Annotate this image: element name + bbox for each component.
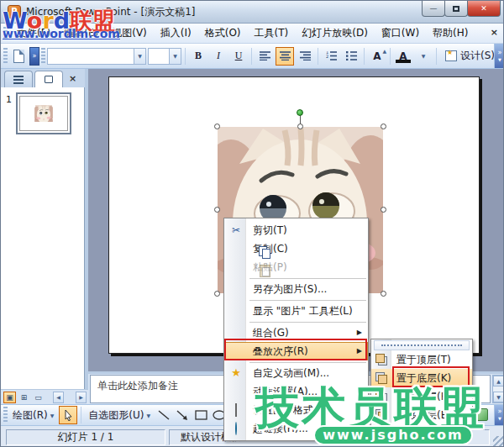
maximize-button[interactable] (444, 1, 468, 17)
scroll-down-button[interactable]: ▼ (493, 392, 504, 402)
align-left-button[interactable] (255, 47, 274, 66)
font-color-dropdown[interactable]: ▼ (414, 47, 433, 66)
menu-insert[interactable]: 插入(I) (154, 24, 198, 43)
slide-sorter-view-button[interactable]: ⊞ (18, 392, 30, 403)
submenu-tearoff-handle[interactable] (374, 340, 470, 350)
italic-button[interactable]: I (209, 47, 228, 66)
resize-handle-w[interactable] (214, 207, 220, 213)
slide-thumbnail[interactable] (16, 92, 71, 134)
submenu-item-send-backward[interactable]: 下移一层(B) (371, 406, 472, 424)
toolbar-grip[interactable] (3, 48, 8, 65)
bullet-list-button[interactable] (342, 47, 360, 66)
context-menu-item-cut[interactable]: ✂ 剪切(T) (224, 221, 368, 239)
context-menu-item-hyperlink[interactable]: 超链接(H)... (224, 419, 368, 438)
menu-slideshow[interactable]: 幻灯片放映(D) (295, 24, 375, 43)
submenu-item-bring-forward[interactable]: 上移一层(F) (371, 387, 472, 406)
select-objects-button[interactable] (59, 406, 77, 424)
toolbar-overflow-button[interactable]: » ▼ (494, 405, 504, 425)
slide-indicator: 幻灯片 1 / 1 (6, 429, 165, 445)
line-tool-button[interactable] (155, 408, 172, 423)
menu-format[interactable]: 格式(O) (198, 24, 248, 43)
chevron-down-icon: ▼ (50, 413, 55, 418)
tab-slides-view[interactable] (34, 71, 63, 87)
close-button[interactable]: ✕ (467, 1, 501, 17)
context-menu-item-action-settings[interactable]: 动作设置(A)... (224, 382, 368, 401)
format-picture-icon (229, 403, 243, 417)
menu-file[interactable]: 文件(F) (10, 24, 57, 43)
slide-thumbnail-frame (19, 96, 68, 131)
toolbar-grip[interactable] (3, 407, 8, 423)
title-bar: P Microsoft PowerPoint - [演示文稿1] — ✕ (1, 1, 504, 24)
menu-help[interactable]: 帮助(H) (426, 24, 475, 43)
context-menu-item-save-as-picture[interactable]: 另存为图片(S)... (224, 280, 368, 298)
rectangle-tool-button[interactable] (192, 408, 209, 423)
svg-text:2: 2 (326, 54, 328, 59)
normal-view-button[interactable]: ▣ (3, 392, 16, 403)
new-presentation-button[interactable] (9, 47, 28, 66)
minimize-button[interactable]: — (422, 1, 445, 17)
chevron-down-icon: ▼ (146, 413, 150, 418)
resize-handle-nw[interactable] (214, 124, 220, 129)
resize-handle-se[interactable] (381, 291, 386, 297)
toolbar-overflow-button[interactable]: » ▼ (494, 44, 504, 68)
align-center-icon (280, 51, 291, 60)
pane-tabs: × (1, 69, 88, 87)
notes-scrollbar[interactable]: ▲ ▼ (492, 375, 504, 403)
context-menu-item-format-picture[interactable]: 设置图片格式(O)... (224, 401, 368, 419)
context-menu-item-copy[interactable]: 复制(C) (224, 239, 368, 258)
resize-handle-ne[interactable] (381, 124, 386, 129)
toolbar-grip[interactable] (41, 48, 45, 65)
context-menu-item-group[interactable]: 组合(G) ▶ (224, 323, 368, 342)
menu-window[interactable]: 窗口(W) (375, 24, 426, 43)
scroll-left-button[interactable]: ◀ (53, 392, 64, 403)
submenu-item-bring-to-front[interactable]: 置于顶层(T) (371, 350, 472, 369)
menu-view[interactable]: 视图(V) (105, 24, 154, 43)
menu-separator (249, 278, 366, 279)
align-right-button[interactable] (296, 47, 314, 66)
powerpoint-app-icon: P (8, 5, 21, 18)
font-size-select[interactable]: ▼ (148, 48, 181, 65)
cat-thumbnail-image (34, 105, 53, 122)
order-submenu: 置于顶层(T) 置于底层(K) 上移一层(F) 下移一层(B) (370, 339, 473, 426)
maximize-icon (453, 6, 459, 12)
arrow-tool-button[interactable] (174, 408, 191, 423)
autoshapes-menu-button[interactable]: 自选图形(U)▼ (85, 407, 154, 423)
menu-grip[interactable] (3, 27, 8, 40)
style-swatch-button[interactable] (475, 408, 488, 421)
chevron-down-icon[interactable]: ▼ (134, 49, 145, 64)
menu-edit[interactable]: 编辑(E) (57, 24, 105, 43)
slide-design-button[interactable]: 设计(S) (440, 47, 500, 66)
scroll-up-button[interactable]: ▲ (493, 376, 504, 387)
line-icon (158, 409, 170, 421)
context-menu-item-show-picture-toolbar[interactable]: 显示 "图片" 工具栏(L) (224, 302, 368, 320)
resize-handle-sw[interactable] (214, 291, 220, 297)
rotation-handle[interactable] (297, 109, 303, 116)
align-center-button[interactable] (276, 47, 294, 66)
context-menu-item-custom-animation[interactable]: ★ 自定义动画(M)... (224, 364, 368, 382)
menu-tools[interactable]: 工具(T) (248, 24, 296, 43)
menu-bar: 文件(F) 编辑(E) 视图(V) 插入(I) 格式(O) 工具(T) 幻灯片放… (1, 24, 504, 44)
tab-outline-view[interactable] (4, 71, 33, 87)
hyperlink-globe-icon (229, 422, 243, 435)
context-menu-item-order[interactable]: 叠放次序(R) ▶ (224, 342, 368, 360)
scroll-right-button[interactable]: ▶ (76, 392, 87, 403)
resize-handle-e[interactable] (381, 207, 386, 213)
font-color-button[interactable]: A (394, 47, 412, 66)
bold-button[interactable]: B (189, 47, 207, 66)
document-close-icon[interactable]: × (491, 27, 498, 38)
chevron-down-icon: ▼ (498, 415, 501, 422)
draw-menu-button[interactable]: 绘图(R)▼ (9, 407, 57, 423)
toolbar-options-button[interactable]: » (29, 47, 39, 66)
rectangle-icon (195, 410, 207, 420)
underline-button[interactable]: U (229, 47, 248, 66)
submenu-item-send-to-back[interactable]: 置于底层(K) (371, 369, 472, 387)
increase-font-size-button[interactable]: A▲ (368, 47, 386, 66)
resize-handle-n[interactable] (297, 124, 303, 129)
chevron-down-icon[interactable]: ▼ (169, 49, 181, 64)
pane-close-icon[interactable]: × (66, 73, 79, 87)
context-menu-item-paste: 粘贴(P) (224, 258, 368, 276)
resize-grip[interactable] (493, 436, 503, 446)
slideshow-view-button[interactable]: ▭ (32, 392, 45, 403)
font-name-select[interactable]: ▼ (47, 48, 146, 65)
numbered-list-button[interactable]: 12 (322, 47, 340, 66)
